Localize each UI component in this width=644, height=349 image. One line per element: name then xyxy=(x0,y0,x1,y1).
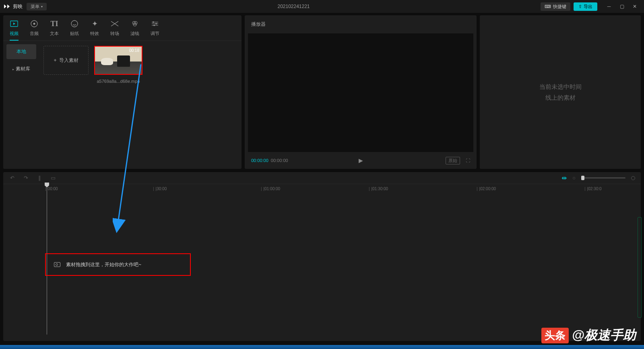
sidebar-item-local[interactable]: 本地 xyxy=(6,44,36,59)
sidebar-library-label: 素材库 xyxy=(16,66,30,72)
tab-effects-label: 特效 xyxy=(90,31,99,37)
import-button[interactable]: + 导入素材 xyxy=(43,46,89,75)
title-bar: 剪映 菜单 ▾ 202102241221 ⌨ 快捷键 ⇧ 导出 ─ ▢ ✕ xyxy=(0,0,644,13)
snap-icon[interactable]: ⇹ xyxy=(561,174,567,182)
caret-right-icon: ▸ xyxy=(12,68,14,71)
play-button[interactable]: ▶ xyxy=(359,157,363,164)
watermark-logo: 头条 xyxy=(541,328,569,343)
timeline-panel: ↶ ↷ ∥ ▭ ⇹ ○ 00:00 |30:00 |01:00:00 |01:3… xyxy=(3,172,641,341)
media-body: 本地 ▸素材库 + 导入素材 00:18 a5769a8a...d68e.mp4 xyxy=(3,41,242,169)
audio-icon xyxy=(30,19,39,28)
close-button[interactable]: ✕ xyxy=(632,4,638,9)
media-sidebar: 本地 ▸素材库 xyxy=(3,41,39,169)
watermark: 头条 @极速手助 xyxy=(541,326,636,344)
tab-sticker[interactable]: 贴纸 xyxy=(70,19,79,41)
timeline-toolbar: ↶ ↷ ∥ ▭ ⇹ ○ xyxy=(3,172,641,184)
ratio-button[interactable]: 原始 xyxy=(446,157,460,164)
text-icon: TI xyxy=(50,19,59,28)
svg-point-2 xyxy=(33,23,35,25)
window-controls: ─ ▢ ✕ xyxy=(606,4,638,9)
tab-text[interactable]: TI 文本 xyxy=(50,19,59,41)
adjust-icon xyxy=(151,19,159,28)
ruler-tick: |30:00 xyxy=(153,187,167,191)
svg-point-7 xyxy=(153,21,154,23)
sidebar-item-library[interactable]: ▸素材库 xyxy=(6,62,36,76)
drop-hint-text: 素材拖拽到这里，开始你的大作吧~ xyxy=(66,261,141,268)
ruler-tick: |01:30:00 xyxy=(369,187,388,191)
import-label: 导入素材 xyxy=(59,57,78,64)
tab-video[interactable]: 视频 xyxy=(10,19,19,41)
clip-filename: a5769a8a...d68e.mp4 xyxy=(94,79,142,84)
watermark-text: @极速手助 xyxy=(572,326,636,344)
upper-panels: 视频 音频 TI 文本 贴纸 ✦ 特效 转场 xyxy=(0,13,644,169)
keyboard-icon: ⌨ xyxy=(545,4,551,9)
app-logo-icon xyxy=(3,3,10,10)
svg-point-9 xyxy=(153,25,155,26)
tab-transition[interactable]: 转场 xyxy=(110,19,119,41)
export-button[interactable]: ⇧ 导出 xyxy=(574,2,597,11)
delete-button[interactable]: ▭ xyxy=(50,175,56,181)
tab-filter[interactable]: 滤镜 xyxy=(130,19,139,41)
zoom-knob[interactable] xyxy=(581,176,584,180)
project-title: 202102241221 xyxy=(47,4,541,9)
menu-dropdown[interactable]: 菜单 ▾ xyxy=(27,3,47,10)
transition-icon xyxy=(110,19,119,28)
redo-button[interactable]: ↷ xyxy=(23,175,29,181)
zoom-out-icon[interactable]: ○ xyxy=(572,175,576,181)
media-clip[interactable]: 00:18 a5769a8a...d68e.mp4 xyxy=(94,46,142,84)
effects-icon: ✦ xyxy=(90,19,99,28)
export-icon: ⇧ xyxy=(578,4,582,9)
inspector-line1: 当前未选中时间 xyxy=(539,81,582,92)
tab-adjust[interactable]: 调节 xyxy=(151,19,159,41)
time-current: 00:00:00 xyxy=(251,158,268,163)
media-grid: + 导入素材 00:18 a5769a8a...d68e.mp4 xyxy=(39,41,242,169)
chevron-down-icon: ▾ xyxy=(41,5,43,8)
plus-icon: + xyxy=(54,57,56,63)
hotkey-label: 快捷键 xyxy=(553,4,566,10)
taskbar xyxy=(0,345,644,349)
timeline-toolbar-right: ⇹ ○ xyxy=(561,174,635,182)
tab-text-label: 文本 xyxy=(50,31,59,37)
tab-adjust-label: 调节 xyxy=(151,31,159,37)
tab-audio[interactable]: 音频 xyxy=(30,19,39,41)
ruler-tick: |02:30:0 xyxy=(584,187,602,191)
tab-transition-label: 转场 xyxy=(110,31,119,37)
clip-thumbnail[interactable]: 00:18 xyxy=(94,46,142,75)
inspector-panel: 当前未选中时间 线上的素材 xyxy=(480,15,641,169)
zoom-in-icon[interactable] xyxy=(631,176,635,180)
app-name: 剪映 xyxy=(13,3,23,10)
minimize-button[interactable]: ─ xyxy=(606,4,612,9)
menu-label: 菜单 xyxy=(31,4,39,10)
tab-video-label: 视频 xyxy=(10,31,19,37)
player-viewport[interactable] xyxy=(248,33,473,152)
svg-point-8 xyxy=(155,23,157,25)
clip-duration: 00:18 xyxy=(129,48,139,53)
tab-effects[interactable]: ✦ 特效 xyxy=(90,19,99,41)
inspector-empty-text: 当前未选中时间 线上的素材 xyxy=(539,81,582,103)
fullscreen-icon[interactable]: ⛶ xyxy=(466,158,470,163)
svg-point-3 xyxy=(71,21,78,27)
sticker-icon xyxy=(70,19,79,28)
timeline-drop-zone[interactable]: 素材拖拽到这里，开始你的大作吧~ xyxy=(45,253,191,276)
player-panel: 播放器 00:00:00 00:00:00 ▶ 原始 ⛶ xyxy=(245,15,477,169)
timeline-body[interactable]: 素材拖拽到这里，开始你的大作吧~ xyxy=(43,194,641,331)
undo-button[interactable]: ↶ xyxy=(9,175,15,181)
ruler-tick: |01:00:00 xyxy=(261,187,280,191)
time-total: 00:00:00 xyxy=(271,158,288,163)
tool-tabs: 视频 音频 TI 文本 贴纸 ✦ 特效 转场 xyxy=(3,15,242,41)
filter-icon xyxy=(130,19,139,28)
ruler-tick: |02:00:00 xyxy=(477,187,496,191)
split-button[interactable]: ∥ xyxy=(36,175,43,181)
media-icon xyxy=(54,262,60,267)
maximize-button[interactable]: ▢ xyxy=(619,4,625,9)
zoom-slider[interactable] xyxy=(581,177,625,179)
timeline-ruler[interactable]: 00:00 |30:00 |01:00:00 |01:30:00 |02:00:… xyxy=(43,184,641,194)
tab-filter-label: 滤镜 xyxy=(130,31,139,37)
player-right-controls: 原始 ⛶ xyxy=(446,157,470,164)
media-panel: 视频 音频 TI 文本 贴纸 ✦ 特效 转场 xyxy=(3,15,242,169)
player-controls: 00:00:00 00:00:00 ▶ 原始 ⛶ xyxy=(245,152,477,169)
video-icon xyxy=(10,19,19,28)
player-header: 播放器 xyxy=(245,15,477,33)
tab-sticker-label: 贴纸 xyxy=(70,31,79,37)
hotkey-button[interactable]: ⌨ 快捷键 xyxy=(541,2,570,11)
